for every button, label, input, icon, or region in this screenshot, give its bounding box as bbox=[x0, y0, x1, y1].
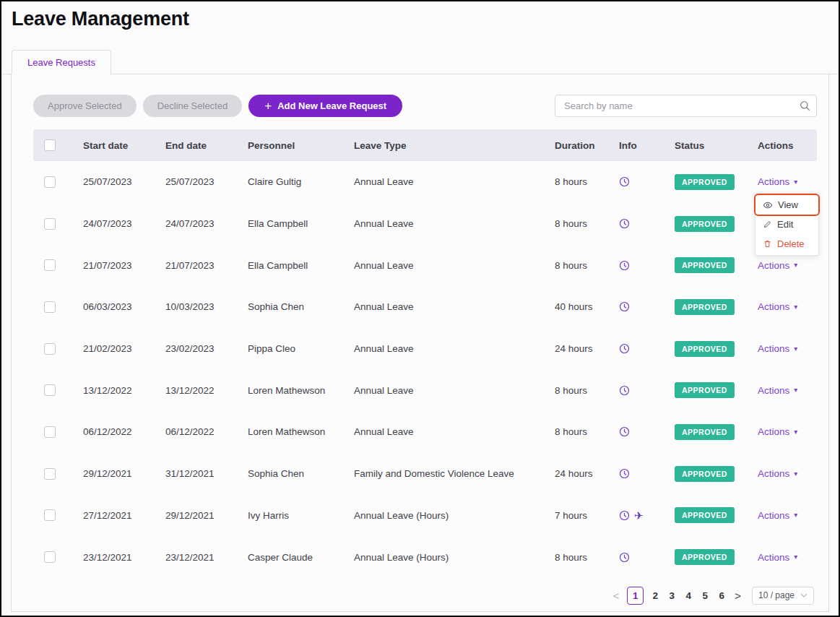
end-date-cell: 10/03/2023 bbox=[165, 301, 248, 312]
table-row: 23/12/2021 23/12/2021 Casper Claude Annu… bbox=[33, 536, 817, 578]
caret-down-icon: ▾ bbox=[794, 345, 797, 353]
row-checkbox[interactable] bbox=[44, 384, 56, 396]
menu-item-delete[interactable]: Delete bbox=[755, 234, 818, 254]
start-date-cell: 21/07/2023 bbox=[83, 260, 165, 271]
chevron-down-icon bbox=[800, 593, 807, 597]
leave-type-cell: Annual Leave bbox=[354, 218, 555, 229]
actions-link-label: Actions bbox=[758, 260, 789, 271]
page-size-label: 10 / page bbox=[758, 590, 794, 600]
caret-down-icon: ▾ bbox=[794, 470, 797, 478]
table-row: 13/12/2022 13/12/2022 Loren Mathewson An… bbox=[33, 369, 817, 411]
select-all-checkbox[interactable] bbox=[44, 139, 56, 151]
clock-icon[interactable] bbox=[619, 552, 630, 563]
page-button-1[interactable]: 1 bbox=[627, 587, 644, 605]
personnel-cell: Ella Campbell bbox=[248, 218, 354, 229]
actions-link[interactable]: Actions ▾ bbox=[758, 343, 797, 354]
duration-cell: 40 hours bbox=[555, 301, 619, 312]
column-header-actions: Actions bbox=[758, 140, 817, 151]
end-date-cell: 31/12/2021 bbox=[165, 468, 248, 479]
clock-icon[interactable] bbox=[619, 260, 630, 271]
clock-icon[interactable] bbox=[619, 343, 630, 354]
menu-item-view[interactable]: View bbox=[755, 195, 818, 215]
clock-icon[interactable] bbox=[619, 176, 630, 187]
leave-type-cell: Annual Leave bbox=[354, 260, 555, 271]
approve-selected-button[interactable]: Approve Selected bbox=[33, 95, 137, 117]
leave-type-cell: Annual Leave (Hours) bbox=[354, 552, 555, 563]
decline-selected-button[interactable]: Decline Selected bbox=[143, 95, 243, 117]
actions-link-label: Actions bbox=[758, 176, 789, 187]
row-checkbox[interactable] bbox=[44, 218, 56, 230]
page-size-select[interactable]: 10 / page bbox=[752, 587, 814, 605]
page-button-4[interactable]: 4 bbox=[683, 590, 693, 601]
actions-link[interactable]: Actions ▾ bbox=[758, 301, 797, 312]
status-badge: APPROVED bbox=[675, 466, 735, 482]
start-date-cell: 06/03/2023 bbox=[83, 301, 165, 312]
table-header: Start date End date Personnel Leave Type… bbox=[33, 129, 817, 161]
menu-item-edit[interactable]: Edit bbox=[755, 215, 818, 234]
leave-type-cell: Annual Leave bbox=[354, 426, 555, 437]
clock-icon[interactable] bbox=[619, 510, 630, 521]
status-badge: APPROVED bbox=[675, 549, 735, 565]
page-button-3[interactable]: 3 bbox=[667, 590, 677, 601]
row-checkbox[interactable] bbox=[44, 343, 56, 355]
personnel-cell: Loren Mathewson bbox=[248, 385, 354, 396]
actions-link[interactable]: Actions ▾ bbox=[758, 260, 797, 271]
actions-link[interactable]: Actions ▾ bbox=[758, 385, 797, 396]
page-number-list: 123456 bbox=[627, 587, 727, 605]
end-date-cell: 13/12/2022 bbox=[165, 385, 248, 396]
info-cell bbox=[619, 468, 675, 479]
start-date-cell: 27/12/2021 bbox=[83, 510, 165, 521]
page-button-5[interactable]: 5 bbox=[700, 590, 710, 601]
start-date-cell: 13/12/2022 bbox=[83, 385, 165, 396]
add-leave-request-button[interactable]: + Add New Leave Request bbox=[248, 95, 402, 117]
info-cell bbox=[619, 301, 675, 312]
clock-icon[interactable] bbox=[619, 218, 630, 229]
next-page-button[interactable]: > bbox=[733, 590, 742, 602]
caret-down-icon: ▾ bbox=[794, 553, 797, 561]
content-panel: Approve Selected Decline Selected + Add … bbox=[11, 74, 829, 612]
table-row: 29/12/2021 31/12/2021 Sophia Chen Family… bbox=[33, 453, 817, 495]
actions-link[interactable]: Actions ▾ bbox=[758, 552, 797, 563]
menu-item-view-label: View bbox=[778, 199, 798, 210]
row-checkbox[interactable] bbox=[44, 301, 56, 313]
row-checkbox[interactable] bbox=[44, 468, 56, 480]
personnel-cell: Ivy Harris bbox=[248, 510, 354, 521]
info-cell bbox=[619, 552, 675, 563]
page-button-6[interactable]: 6 bbox=[716, 590, 727, 601]
page-button-2[interactable]: 2 bbox=[650, 590, 660, 601]
search-input[interactable] bbox=[555, 95, 817, 117]
duration-cell: 24 hours bbox=[555, 468, 619, 479]
personnel-cell: Sophia Chen bbox=[248, 301, 354, 312]
actions-link[interactable]: Actions ▾ bbox=[758, 468, 797, 479]
clock-icon[interactable] bbox=[619, 468, 630, 479]
trash-icon bbox=[763, 239, 772, 249]
leave-type-cell: Family and Domestic Violence Leave bbox=[354, 468, 555, 479]
table-row: 27/12/2021 29/12/2021 Ivy Harris Annual … bbox=[33, 495, 817, 537]
caret-down-icon: ▾ bbox=[794, 303, 797, 311]
row-checkbox[interactable] bbox=[44, 426, 56, 438]
actions-link[interactable]: Actions ▾ bbox=[758, 426, 797, 437]
row-checkbox[interactable] bbox=[44, 551, 56, 563]
clock-icon[interactable] bbox=[619, 385, 630, 396]
duration-cell: 8 hours bbox=[555, 176, 619, 187]
previous-page-button[interactable]: < bbox=[611, 590, 620, 602]
row-checkbox[interactable] bbox=[44, 176, 56, 188]
clock-icon[interactable] bbox=[619, 426, 630, 437]
tab-leave-requests[interactable]: Leave Requests bbox=[12, 50, 111, 74]
clock-icon[interactable] bbox=[619, 301, 630, 312]
caret-down-icon: ▾ bbox=[794, 262, 797, 269]
actions-link[interactable]: Actions ▾ bbox=[758, 510, 797, 521]
column-header-personnel: Personnel bbox=[248, 140, 354, 151]
column-header-end-date: End date bbox=[165, 140, 248, 151]
table-row: 06/03/2023 10/03/2023 Sophia Chen Annual… bbox=[33, 286, 817, 328]
search-icon[interactable] bbox=[800, 100, 810, 111]
duration-cell: 8 hours bbox=[555, 552, 619, 563]
tab-bar: Leave Requests bbox=[1, 49, 839, 74]
toolbar: Approve Selected Decline Selected + Add … bbox=[33, 95, 817, 117]
row-checkbox[interactable] bbox=[44, 259, 56, 271]
start-date-cell: 25/07/2023 bbox=[83, 176, 165, 187]
actions-link[interactable]: Actions ▾ bbox=[758, 176, 797, 187]
duration-cell: 8 hours bbox=[555, 385, 619, 396]
personnel-cell: Ella Campbell bbox=[248, 260, 354, 271]
row-checkbox[interactable] bbox=[44, 509, 56, 521]
